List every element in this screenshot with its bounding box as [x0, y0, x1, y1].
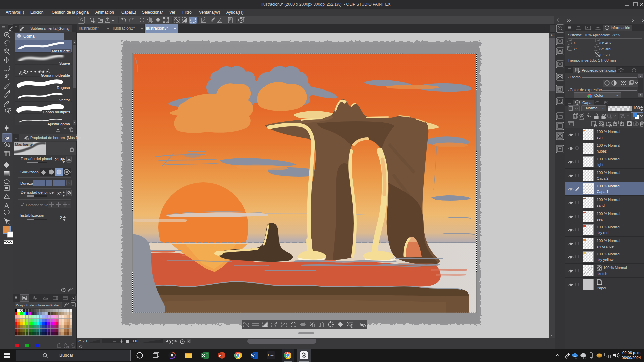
- svg-text:P: P: [219, 354, 221, 357]
